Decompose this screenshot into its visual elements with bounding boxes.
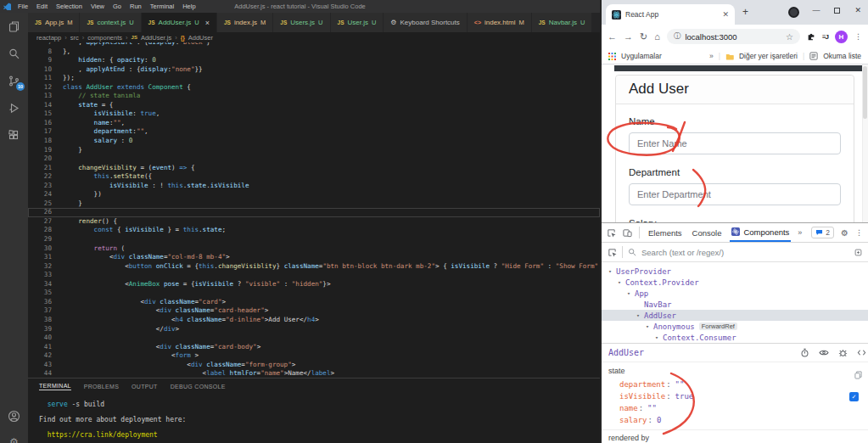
bookmark-star-icon[interactable]: ☆: [786, 32, 793, 42]
navbar-strip: [614, 65, 868, 71]
code-line-33: 33: [28, 271, 600, 280]
department-input[interactable]: [629, 183, 841, 205]
editor-tab-app-js[interactable]: JSApp.jsM: [28, 13, 80, 32]
breadcrumb-item-src[interactable]: src: [70, 34, 79, 42]
tree-node-adduser[interactable]: ▾AddUser: [602, 310, 868, 321]
tree-node-userprovider[interactable]: ▾UserProvider: [602, 266, 868, 277]
issues-badge[interactable]: 2: [811, 227, 834, 238]
explorer-icon[interactable]: [7, 20, 21, 34]
salary-label: Salary: [629, 218, 841, 222]
back-icon[interactable]: ←: [608, 31, 617, 42]
menu-edit[interactable]: Edit: [32, 3, 52, 10]
run-debug-icon[interactable]: [7, 101, 21, 115]
menu-go[interactable]: Go: [109, 3, 126, 10]
device-toolbar-icon[interactable]: [623, 228, 632, 238]
expand-arrow-icon[interactable]: ▾: [646, 323, 653, 330]
tree-node-anonymous[interactable]: ▾AnonymousForwardRef: [602, 321, 868, 332]
editor-tab-index-js[interactable]: JSindex.jsM: [217, 13, 273, 32]
devtools-settings-icon[interactable]: ⚙: [841, 228, 848, 238]
terminal-tab-problems[interactable]: PROBLEMS: [84, 384, 119, 390]
terminal-tab-debug-console[interactable]: DEBUG CONSOLE: [171, 384, 226, 390]
search-settings-icon[interactable]: [854, 249, 862, 256]
devtools-tab-console[interactable]: Console: [691, 223, 724, 242]
menu-terminal[interactable]: Terminal: [146, 3, 178, 10]
site-info-icon[interactable]: ⓘ: [674, 31, 681, 42]
search-icon[interactable]: [7, 47, 21, 61]
bookmark-reading-label[interactable]: Okuma liste: [823, 52, 861, 60]
editor-tab-navbar-js[interactable]: JSNavbar.jsU: [532, 13, 593, 32]
browser-tab[interactable]: React App ✕: [606, 4, 735, 25]
terminal-tab-output[interactable]: OUTPUT: [132, 384, 158, 390]
window-minimize-button[interactable]: —: [812, 6, 820, 14]
page-scrollbar[interactable]: [862, 64, 868, 222]
code-editor[interactable]: 7 , applyAtStart : {display:"block"}8},9…: [28, 42, 600, 378]
settings-gear-icon[interactable]: ⚙: [9, 436, 19, 443]
menu-run[interactable]: Run: [126, 3, 146, 10]
devtools-tab-components[interactable]: Components: [730, 223, 791, 242]
bookmarks-overflow-chevron[interactable]: »: [709, 52, 714, 60]
terminal-tab-terminal[interactable]: TERMINAL: [39, 383, 71, 390]
tree-node-navbar[interactable]: NavBar: [602, 299, 868, 310]
view-source-icon[interactable]: [857, 348, 866, 357]
suspense-stopwatch-icon[interactable]: [800, 348, 809, 357]
breadcrumb-item-reactapp[interactable]: reactapp: [36, 34, 61, 42]
apps-grid-icon[interactable]: [608, 53, 616, 60]
tab-close-icon[interactable]: ✕: [722, 10, 729, 19]
expand-arrow-icon[interactable]: ▾: [608, 268, 616, 275]
new-tab-button[interactable]: +: [742, 6, 748, 18]
profile-avatar[interactable]: H: [835, 31, 848, 43]
editor-tab-keyboard-shortcuts[interactable]: ⚙Keyboard Shortcuts: [384, 13, 467, 32]
address-bar[interactable]: ⓘ localhost:3000 ☆: [667, 29, 800, 44]
breadcrumb-item-components[interactable]: components: [87, 34, 122, 42]
inspect-dom-eye-icon[interactable]: [819, 348, 829, 357]
devtools-menu-icon[interactable]: ⋮: [855, 228, 863, 237]
terminal-output[interactable]: serve -s buildFind out more about deploy…: [28, 394, 600, 439]
components-search-input[interactable]: [641, 248, 849, 257]
forward-icon[interactable]: →: [624, 31, 633, 42]
inspect-element-icon[interactable]: [607, 228, 616, 238]
tab-label: index.js: [234, 19, 257, 26]
window-close-button[interactable]: ✕: [854, 6, 861, 14]
extensions-puzzle-icon[interactable]: [807, 32, 815, 41]
menu-file[interactable]: File: [14, 3, 32, 10]
line-number: 13: [28, 92, 63, 101]
editor-tab-users-js[interactable]: JSUsers.jsU: [273, 13, 330, 32]
expand-arrow-icon[interactable]: ▾: [618, 279, 625, 286]
breadcrumb-item-adduser[interactable]: AddUser: [188, 34, 213, 42]
log-to-console-bug-icon[interactable]: [838, 348, 848, 357]
bookmark-other-label[interactable]: Diğer yer işaretleri: [739, 52, 798, 60]
line-number: 40: [28, 334, 63, 343]
profile-dot-icon[interactable]: [788, 7, 799, 18]
source-control-icon[interactable]: 10: [7, 74, 21, 88]
reload-icon[interactable]: ↻: [640, 31, 647, 42]
media-controls-icon[interactable]: ≡J: [822, 33, 828, 41]
tree-node-context-consumer[interactable]: ▾Context.Consumer: [602, 332, 868, 343]
home-icon[interactable]: ⌂: [654, 31, 660, 42]
expand-arrow-icon[interactable]: ▾: [627, 290, 635, 297]
boolean-checkbox[interactable]: ✓: [849, 392, 859, 401]
menu-view[interactable]: View: [87, 3, 109, 10]
breadcrumb-item-adduser-js[interactable]: AddUser.js: [141, 34, 171, 42]
editor-tab-adduser-js[interactable]: JSAddUser.jsU×: [142, 13, 217, 32]
tree-node-context-provider[interactable]: ▾Context.Provider: [602, 277, 868, 288]
tab-close-icon[interactable]: ×: [205, 19, 210, 27]
browser-menu-icon[interactable]: ⋮: [854, 32, 862, 41]
window-maximize-button[interactable]: [834, 8, 840, 14]
name-input[interactable]: [629, 132, 841, 154]
account-icon[interactable]: [7, 409, 21, 423]
tree-node-app[interactable]: ▾App: [602, 288, 868, 299]
editor-tab-index-html[interactable]: <>index.htmlM: [468, 13, 532, 32]
menu-selection[interactable]: Selection: [52, 3, 87, 10]
editor-tab-context-js[interactable]: JScontext.jsU: [80, 13, 141, 32]
more-tabs-chevron[interactable]: »: [798, 228, 802, 237]
editor-tab-user-js[interactable]: JSUser.jsU: [331, 13, 384, 32]
extensions-icon[interactable]: [7, 128, 21, 143]
expand-arrow-icon[interactable]: ▾: [655, 334, 663, 341]
breadcrumb[interactable]: reactapp›src›components›JSAddUser.js›{}A…: [28, 32, 600, 42]
expand-arrow-icon[interactable]: ▾: [636, 312, 644, 319]
tab-label: AddUser.js: [159, 19, 192, 26]
bookmark-apps-label[interactable]: Uygulamalar: [621, 52, 662, 60]
select-component-icon[interactable]: [608, 248, 617, 257]
menu-help[interactable]: Help: [178, 3, 199, 10]
devtools-tab-elements[interactable]: Elements: [647, 223, 684, 242]
